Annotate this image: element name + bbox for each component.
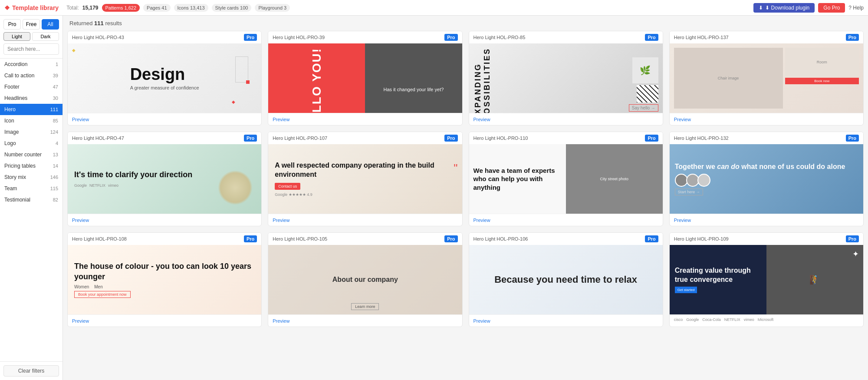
preview-button[interactable]: Preview [473, 117, 490, 122]
card-hol-pro-108[interactable]: Hero Light HOL-PRO-108 Pro The house of … [67, 232, 262, 327]
sidebar-item-count: 4 [56, 141, 58, 146]
sidebar-item-accordion[interactable]: Accordion 1 [0, 59, 62, 70]
sidebar-item-label: Icon [4, 118, 14, 124]
card-footer: Preview [670, 113, 863, 125]
tab-playground[interactable]: Playground 3 [255, 4, 290, 12]
card-image: A well respected company operating in th… [268, 144, 462, 214]
card-title: Hero Light HOL-PRO-109 [674, 236, 729, 241]
card-image: The house of colour - you too can look 1… [68, 245, 261, 314]
cards-grid: Hero Light HOL-PRO-43 Pro Design A great… [67, 31, 864, 327]
download-plugin-button[interactable]: ⬇ ⬇ Download plugin [753, 3, 815, 13]
go-pro-button[interactable]: Go Pro [818, 3, 845, 13]
card-header: Hero Light HOL-PRO-43 Pro [68, 31, 261, 43]
sidebar-item-cta[interactable]: Call to action 39 [0, 70, 62, 81]
preview-button[interactable]: Preview [674, 218, 691, 223]
card-header: Hero Light HOL-PRO-105 Pro [268, 233, 462, 245]
preview-button[interactable]: Preview [72, 318, 89, 324]
card-footer: Preview [268, 214, 462, 226]
preview-button[interactable]: Preview [473, 318, 490, 324]
card-title: Hero Light HOL-PRO-110 [473, 135, 528, 141]
sidebar-item-count: 30 [53, 96, 58, 101]
card-footer: Preview [469, 113, 663, 125]
pro-badge: Pro [444, 34, 457, 41]
card-footer: Preview [68, 314, 261, 327]
theme-dark-button[interactable]: Dark [32, 32, 59, 41]
filter-all-button[interactable]: All [42, 19, 59, 30]
card-header: Hero Light HOL-PRO-39 Pro [268, 31, 462, 43]
filter-pro-button[interactable]: Pro [3, 19, 21, 30]
preview-button[interactable]: Preview [273, 117, 289, 122]
sidebar-top: Pro Free All Light Dark [0, 16, 62, 59]
sidebar-item-count: 47 [53, 84, 58, 89]
clear-filters-button[interactable]: Clear filters [3, 365, 59, 377]
sidebar-item-count: 146 [50, 175, 58, 180]
preview-button[interactable]: Preview [674, 117, 691, 122]
top-navigation: ❖ Template library Total: 15,179 Pattern… [0, 0, 868, 16]
sidebar-item-label: Footer [4, 84, 20, 90]
card-image: Design A greater measure of confidence ◆… [68, 43, 261, 113]
sidebar-item-logo[interactable]: Logo 4 [0, 138, 62, 149]
filter-free-button[interactable]: Free [23, 19, 40, 30]
card-hol-pro-132[interactable]: Hero Light HOL-PRO-132 Pro Together we c… [669, 132, 864, 226]
card-hol-pro-107[interactable]: Hero Light HOL-PRO-107 Pro A well respec… [268, 132, 462, 226]
card-hol-pro-106[interactable]: Hero Light HOL-PRO-106 Pro Because you n… [469, 232, 663, 327]
sidebar-item-icon[interactable]: Icon 85 [0, 115, 62, 126]
preview-button[interactable]: Preview [72, 117, 89, 122]
sidebar-item-footer[interactable]: Footer 47 [0, 81, 62, 93]
sidebar-list: Accordion 1 Call to action 39 Footer 47 … [0, 59, 62, 361]
sidebar-item-count: 14 [53, 163, 58, 169]
card-hol-pro-85[interactable]: Hero Light HOL-PRO-85 Pro EXPANDING POSS… [469, 31, 663, 126]
tab-style-cards[interactable]: Style cards 100 [212, 4, 252, 12]
card-header: Hero Light HOL-PRO-137 Pro [670, 31, 863, 43]
preview-button[interactable]: Preview [273, 218, 289, 223]
card-title: Hero Light HOL-PRO-137 [674, 35, 729, 40]
preview-button[interactable]: Preview [473, 218, 490, 223]
sidebar-item-label: Accordion [4, 61, 27, 67]
search-input[interactable] [3, 43, 59, 55]
sidebar-item-headlines[interactable]: Headlines 30 [0, 93, 62, 104]
card-hol-pro-109[interactable]: Hero Light HOL-PRO-109 Pro Creating valu… [669, 232, 864, 327]
nav-right: ⬇ ⬇ Download plugin Go Pro ? Help [753, 3, 864, 13]
pro-badge: Pro [645, 135, 658, 142]
sidebar-item-story-mix[interactable]: Story mix 146 [0, 172, 62, 183]
sidebar-item-pricing-tables[interactable]: Pricing tables 14 [0, 160, 62, 172]
card-image: It's time to clarify your direction Goog… [68, 144, 261, 214]
card-title: Hero Light HOL-PRO-108 [72, 236, 127, 241]
total-count: 15,179 [82, 5, 99, 11]
card-hol-pro-110[interactable]: Hero Light HOL-PRO-110 Pro We have a tea… [469, 132, 663, 226]
sidebar-item-hero[interactable]: Hero 111 [0, 104, 62, 115]
card-hol-pro-105[interactable]: Hero Light HOL-PRO-105 Pro About our com… [268, 232, 462, 327]
theme-light-button[interactable]: Light [3, 32, 30, 41]
card-footer: ciscoGoogleCoca-ColaNETFLIXvimeoMicrosof… [670, 314, 863, 324]
help-button[interactable]: ? Help [848, 5, 864, 11]
card-title: Hero Light HOL-PRO-39 [273, 35, 325, 40]
sidebar-item-label: Story mix [4, 174, 26, 180]
tab-icons[interactable]: Icons 13,413 [174, 4, 208, 12]
preview-button[interactable]: Preview [273, 318, 289, 324]
sidebar-item-label: Number counter [4, 152, 42, 158]
pro-badge: Pro [444, 235, 457, 242]
sidebar-item-image[interactable]: Image 124 [0, 126, 62, 138]
card-hol-pro-43[interactable]: Hero Light HOL-PRO-43 Pro Design A great… [67, 31, 262, 126]
card-hol-pro-137[interactable]: Hero Light HOL-PRO-137 Pro Chair image R… [669, 31, 864, 126]
sidebar-item-label: Call to action [4, 73, 34, 79]
preview-button[interactable]: Preview [72, 218, 89, 223]
filter-row: Pro Free All [3, 19, 59, 30]
sidebar-item-count: 111 [50, 107, 58, 112]
brand-logo: ❖ Template library [4, 4, 59, 11]
sidebar-item-label: Hero [4, 106, 16, 112]
card-header: Hero Light HOL-PRO-109 Pro [670, 233, 863, 245]
sidebar-item-team[interactable]: Team 115 [0, 183, 62, 194]
pro-badge: Pro [846, 135, 859, 142]
sidebar-item-testimonial[interactable]: Testimonial 82 [0, 194, 62, 205]
sidebar-item-label: Team [4, 185, 17, 192]
tab-pages[interactable]: Pages 41 [143, 4, 170, 12]
sidebar-item-count: 1 [56, 62, 58, 67]
card-footer: Preview [469, 314, 663, 327]
tab-patterns[interactable]: Patterns 1,622 [102, 4, 140, 12]
card-image: EXPANDING POSSIBILITIES 🌿 Say hello → [469, 43, 663, 113]
card-hol-pro-39[interactable]: Hero Light HOL-PRO-39 Pro HELLO YOU! Has… [268, 31, 462, 126]
sidebar-item-number-counter[interactable]: Number counter 13 [0, 149, 62, 160]
card-hol-pro-47[interactable]: Hero Light HOL-PRO-47 Pro It's time to c… [67, 132, 262, 226]
pro-badge: Pro [645, 235, 658, 242]
